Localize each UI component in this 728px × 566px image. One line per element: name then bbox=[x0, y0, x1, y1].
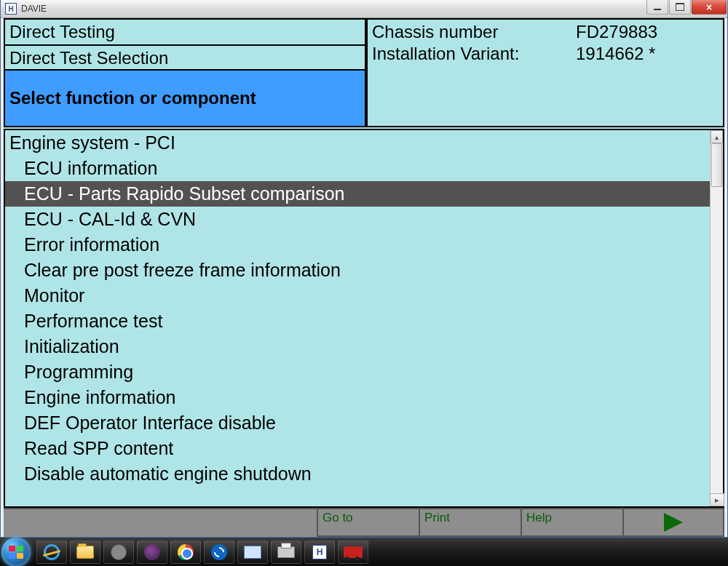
tree-item[interactable]: Error information bbox=[5, 232, 710, 258]
windows-logo-icon bbox=[9, 546, 23, 559]
folder-icon bbox=[76, 546, 94, 559]
variant-value: 1914662 * bbox=[576, 43, 719, 65]
scroll-thumb[interactable] bbox=[711, 143, 722, 187]
taskbar-chrome[interactable] bbox=[170, 541, 201, 564]
help-button[interactable]: Help bbox=[521, 508, 622, 537]
chrome-icon bbox=[178, 544, 194, 560]
tree-item[interactable]: Performance test bbox=[5, 308, 710, 334]
tree-item[interactable]: Engine information bbox=[5, 385, 710, 410]
app-window: H DAVIE × Direct Testing Direct Test Sel… bbox=[0, 0, 728, 538]
davie-icon: H bbox=[312, 545, 327, 559]
header-row: Direct Testing Direct Test Selection Sel… bbox=[4, 18, 724, 127]
taskbar-app1[interactable] bbox=[237, 541, 268, 564]
gear-icon bbox=[111, 544, 127, 560]
breadcrumb-2: Direct Test Selection bbox=[4, 44, 366, 71]
tree-item[interactable]: ECU - Parts Rapido Subset comparison bbox=[5, 181, 710, 207]
eclipse-icon bbox=[144, 544, 160, 560]
taskbar-teamviewer[interactable] bbox=[204, 541, 234, 564]
scroll-up-arrow[interactable]: ▴ bbox=[711, 130, 723, 143]
minimize-button[interactable] bbox=[646, 0, 668, 15]
breadcrumb-1: Direct Testing bbox=[4, 18, 366, 44]
hscroll-right-arrow[interactable]: ▸ bbox=[710, 493, 724, 506]
start-button[interactable] bbox=[1, 538, 31, 567]
variant-label: Installation Variant: bbox=[372, 43, 576, 65]
tree-item[interactable]: Disable automatic engine shutdown bbox=[5, 461, 710, 487]
window-title: DAVIE bbox=[21, 4, 47, 14]
app-icon: H bbox=[5, 3, 17, 15]
tree-root[interactable]: Engine system - PCI bbox=[5, 130, 710, 156]
client-area: Direct Testing Direct Test Selection Sel… bbox=[4, 18, 724, 508]
play-button[interactable] bbox=[622, 508, 724, 537]
window-controls: × bbox=[646, 0, 727, 15]
tree-item[interactable]: Programming bbox=[5, 359, 710, 385]
tree-item[interactable]: Initialization bbox=[5, 334, 710, 359]
teamviewer-icon bbox=[211, 544, 227, 560]
tree-item[interactable]: Clear pre post freeze frame information bbox=[5, 258, 710, 283]
prompt-text: Select function or component bbox=[9, 87, 256, 109]
tree-item[interactable]: ECU - CAL-Id & CVN bbox=[5, 207, 710, 232]
vertical-scrollbar[interactable]: ▴ ▾ bbox=[710, 130, 723, 506]
taskbar-settings[interactable] bbox=[103, 541, 134, 564]
breadcrumb-col: Direct Testing Direct Test Selection Sel… bbox=[4, 18, 366, 127]
app1-icon bbox=[244, 546, 261, 559]
goto-button[interactable]: Go to bbox=[317, 508, 419, 537]
footer-bar: Go to Print Help bbox=[4, 508, 724, 537]
play-icon bbox=[664, 513, 683, 532]
print-button[interactable]: Print bbox=[419, 508, 521, 537]
prompt-cell: Select function or component bbox=[4, 71, 366, 127]
maximize-button[interactable] bbox=[669, 0, 691, 15]
tree-item[interactable]: Monitor bbox=[5, 283, 710, 308]
info-panel: Chassis number FD279883 Installation Var… bbox=[366, 18, 724, 127]
tree-item[interactable]: ECU information bbox=[5, 156, 710, 181]
chassis-value: FD279883 bbox=[576, 21, 719, 43]
taskbar-davie[interactable]: H bbox=[304, 541, 335, 564]
taskbar[interactable]: H bbox=[0, 538, 728, 566]
footer-spacer bbox=[4, 508, 317, 537]
close-button[interactable]: × bbox=[692, 0, 727, 15]
chassis-label: Chassis number bbox=[372, 21, 576, 43]
taskbar-explorer[interactable] bbox=[70, 541, 100, 564]
titlebar[interactable]: H DAVIE × bbox=[1, 0, 727, 18]
tree-item[interactable]: Read SPP content bbox=[5, 436, 710, 461]
truck-icon bbox=[344, 546, 363, 558]
tree-item[interactable]: DEF Operator Interface disable bbox=[5, 410, 710, 436]
function-list: Engine system - PCIECU informationECU - … bbox=[4, 129, 724, 508]
taskbar-eclipse[interactable] bbox=[137, 541, 167, 564]
printer-icon bbox=[277, 546, 295, 558]
list-viewport: Engine system - PCIECU informationECU - … bbox=[5, 130, 710, 506]
taskbar-printer[interactable] bbox=[271, 541, 301, 564]
taskbar-truck[interactable] bbox=[338, 541, 368, 564]
taskbar-ie[interactable] bbox=[36, 541, 67, 564]
ie-icon bbox=[44, 544, 60, 560]
